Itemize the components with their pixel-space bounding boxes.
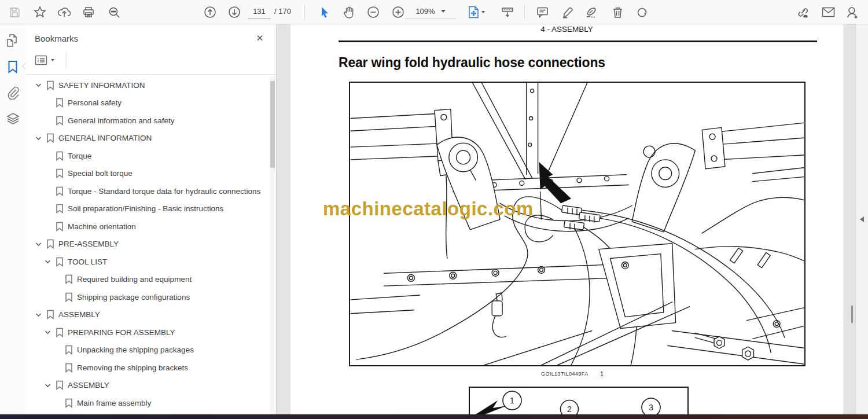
callout-1: 1 (510, 396, 514, 405)
bookmark-item[interactable]: PREPARING FOR ASSEMBLY (25, 324, 269, 341)
bookmark-icon (53, 257, 66, 267)
fit-page-icon[interactable] (463, 2, 490, 22)
bookmark-item-label: ASSEMBLY (58, 310, 100, 319)
bookmark-item-label: Removing the shipping brackets (77, 363, 188, 372)
bookmark-item[interactable]: Torque - Standard torque data for hydrau… (25, 182, 269, 200)
bookmarks-scrollbar-thumb[interactable] (270, 81, 275, 168)
add-user-icon[interactable] (841, 2, 863, 22)
bookmark-item-label: Torque (68, 152, 91, 160)
bookmarks-scrollbar[interactable] (270, 76, 275, 414)
select-cursor-icon[interactable] (314, 2, 336, 22)
bookmark-item[interactable]: Machine orientation (25, 218, 269, 236)
chevron-down-icon[interactable] (32, 242, 44, 247)
zoom-out-icon[interactable] (362, 2, 384, 22)
bookmark-item[interactable]: Personal safety (25, 94, 269, 112)
bookmark-icon (53, 186, 66, 196)
chevron-down-icon[interactable] (32, 83, 44, 87)
section-title: Rear wing fold hydraulic hose connection… (339, 55, 605, 71)
chevron-down-icon (481, 11, 485, 13)
bookmark-item[interactable]: GENERAL INFORMATION (25, 130, 269, 148)
toolbar-divider (304, 5, 305, 20)
bookmark-item-label: GENERAL INFORMATION (58, 134, 152, 142)
toolbar: 131 / 170 109% (0, 0, 868, 24)
bookmark-icon (62, 363, 75, 373)
header-rule (339, 41, 817, 42)
figure-callouts-partial: 1 2 3 (469, 387, 689, 414)
email-icon[interactable] (817, 2, 839, 22)
bookmark-icon (44, 133, 57, 143)
bookmark-item[interactable]: ASSEMBLY (25, 377, 269, 395)
bookmark-item-label: ASSEMBLY (68, 381, 109, 389)
page-number-input[interactable]: 131 (248, 4, 271, 19)
close-icon[interactable]: ✕ (254, 32, 266, 44)
chevron-down-icon[interactable] (32, 313, 44, 317)
bookmark-item[interactable]: ASSEMBLY (25, 306, 269, 324)
left-nav-strip (0, 24, 25, 414)
print-icon[interactable] (78, 2, 100, 22)
tools-pane-collapsed (855, 24, 868, 414)
bookmark-item-label: Machine orientation (68, 222, 136, 231)
bookmark-item[interactable]: Special bolt torque (25, 165, 269, 183)
scroll-mode-icon[interactable] (496, 2, 518, 22)
bookmark-icon (44, 239, 57, 249)
chevron-down-icon[interactable] (32, 136, 44, 141)
chevron-down-icon[interactable] (42, 383, 53, 388)
bookmark-icon (62, 398, 75, 408)
delete-icon[interactable] (606, 2, 628, 22)
bookmark-icon (53, 204, 66, 214)
bookmark-item[interactable]: Unpacking the shipping packages (25, 341, 269, 359)
bookmarks-panel-icon[interactable] (3, 57, 23, 76)
bookmark-item[interactable]: General information and safety (25, 112, 269, 130)
layers-icon[interactable] (3, 109, 23, 128)
figure-hydraulic-hose-diagram (349, 82, 806, 366)
sign-pen-icon[interactable] (581, 2, 603, 22)
bookmark-item[interactable]: SAFETY INFORMATION (25, 76, 269, 94)
zoom-level-dropdown[interactable]: 109% (405, 4, 456, 19)
hand-pan-icon[interactable] (338, 2, 360, 22)
chevron-down-icon[interactable] (42, 330, 53, 335)
bookmark-item-label: PRE-ASSEMBLY (58, 240, 119, 248)
page-up-icon[interactable] (199, 2, 221, 22)
bookmarks-tree: SAFETY INFORMATIONPersonal safetyGeneral… (25, 76, 269, 414)
bookmark-item[interactable]: Required building and equipment (25, 271, 269, 289)
link-share-icon[interactable] (792, 2, 814, 22)
page-down-icon[interactable] (223, 2, 245, 22)
bottom-edge-bar (0, 414, 868, 419)
bookmark-item[interactable]: Main frame assembly (25, 394, 269, 412)
page-total-label: / 170 (274, 4, 291, 19)
star-icon[interactable] (29, 2, 51, 22)
bookmark-options-button[interactable] (35, 55, 54, 65)
bookmark-item[interactable]: Soil preparation/Finishing - Basic instr… (25, 200, 269, 218)
document-scrollbar-thumb[interactable] (851, 306, 853, 323)
refresh-icon[interactable] (631, 2, 653, 22)
bookmark-item[interactable]: Torque (25, 147, 269, 165)
highlighter-icon[interactable] (557, 2, 579, 22)
share-upload-icon[interactable] (53, 2, 75, 22)
bookmark-icon (53, 168, 66, 178)
save-icon[interactable] (3, 2, 25, 22)
page-thumbnails-icon[interactable] (3, 31, 23, 50)
bookmark-item-label: Personal safety (68, 98, 122, 107)
bookmark-item[interactable]: TOOL LIST (25, 253, 269, 271)
bookmark-icon (53, 222, 66, 231)
bookmark-item-label: Torque - Standard torque data for hydrau… (68, 187, 260, 196)
bookmark-item[interactable]: Removing the shipping brackets (25, 359, 269, 377)
bookmark-icon (53, 151, 66, 161)
bookmark-item-label: Unpacking the shipping packages (77, 346, 194, 354)
chevron-down-icon (441, 10, 446, 13)
chevron-down-icon[interactable] (42, 259, 53, 264)
bookmark-item-label: Soil preparation/Finishing - Basic instr… (68, 204, 223, 213)
zoom-level-value: 109% (415, 7, 435, 16)
pdf-page: 4 - ASSEMBLY Rear wing fold hydraulic ho… (290, 24, 843, 414)
search-zoom-icon[interactable] (103, 2, 125, 22)
document-area: 4 - ASSEMBLY Rear wing fold hydraulic ho… (277, 24, 868, 414)
bookmark-icon (44, 310, 57, 319)
bookmark-item[interactable]: Shipping package configurations (25, 288, 269, 306)
app-window: 131 / 170 109% (0, 0, 868, 419)
comment-icon[interactable] (531, 2, 553, 22)
bookmark-icon (53, 116, 66, 126)
bookmark-item[interactable]: PRE-ASSEMBLY (25, 236, 269, 253)
attachments-icon[interactable] (3, 83, 23, 102)
pointer-arrow (539, 162, 572, 203)
chevron-left-icon[interactable] (860, 216, 864, 222)
